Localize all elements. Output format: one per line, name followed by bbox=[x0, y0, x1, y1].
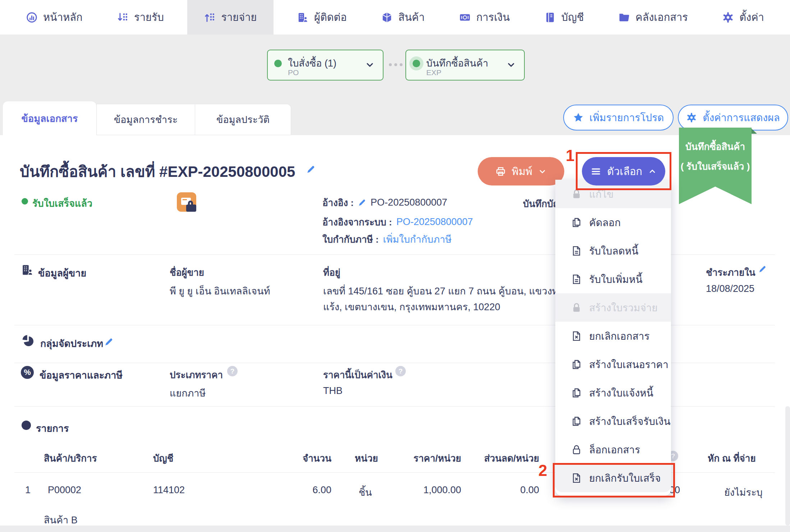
tab-document-info[interactable]: ข้อมูลเอกสาร bbox=[3, 101, 96, 135]
vendor-section-title: ข้อมูลผู้ขาย bbox=[38, 265, 86, 281]
edit-due-pencil-icon[interactable] bbox=[758, 265, 767, 273]
contacts-icon bbox=[297, 12, 309, 23]
workflow-step-code: PO bbox=[288, 68, 299, 77]
nav-label: หน้าหลัก bbox=[43, 9, 83, 26]
column-header-product: สินค้า/บริการ bbox=[44, 451, 97, 466]
expense-icon bbox=[204, 12, 216, 23]
menu-item-label: สร้างใบเสร็จรับเงิน bbox=[589, 413, 670, 429]
dashboard-icon bbox=[26, 12, 38, 23]
annotation-number-1: 1 bbox=[566, 147, 574, 165]
status-ribbon: บันทึกซื้อสินค้า ( รับใบเสร็จแล้ว ) bbox=[679, 128, 752, 204]
items-bullet-icon bbox=[22, 421, 31, 430]
menu-item-label: คัดลอก bbox=[589, 215, 621, 230]
column-header-unit: หน่วย bbox=[355, 451, 378, 466]
chevron-down-icon bbox=[538, 167, 547, 176]
top-navigation: หน้าหลัก รายรับ รายจ่าย ผู้ติดต่อ สินค้า… bbox=[0, 0, 790, 35]
tab-payment-info[interactable]: ข้อมูลการชำระ bbox=[96, 104, 195, 135]
payment-due-value: 18/08/2025 bbox=[706, 283, 754, 294]
nav-item-income[interactable]: รายรับ bbox=[106, 0, 175, 35]
nav-item-expense[interactable]: รายจ่าย bbox=[187, 0, 273, 35]
workflow-step-po[interactable]: ใบสั่งซื้อ (1) PO bbox=[267, 50, 383, 81]
system-reference-link[interactable]: PO-20250800007 bbox=[396, 216, 473, 228]
workflow-step-code: EXP bbox=[426, 68, 441, 77]
menu-item-cancel-document[interactable]: ยกเลิกเอกสาร bbox=[555, 322, 671, 350]
menu-bars-icon bbox=[591, 166, 601, 177]
price-type-value: แยกภาษี bbox=[170, 385, 206, 401]
help-icon[interactable]: ? bbox=[227, 366, 238, 376]
add-tax-invoice-link[interactable]: เพิ่มใบกำกับภาษี bbox=[383, 231, 452, 247]
vendor-address-line1: เลขที่ 145/161 ซอย คู้บอน 27 แยก 7 ถนน ค… bbox=[323, 283, 555, 299]
lock-icon bbox=[571, 189, 582, 200]
nav-label: บัญชี bbox=[561, 9, 584, 26]
workflow-step-exp[interactable]: บันทึกซื้อสินค้า EXP bbox=[405, 50, 525, 81]
locked-document-icon bbox=[177, 192, 196, 212]
horizontal-scrollbar[interactable] bbox=[0, 526, 790, 532]
pricing-section-title: ข้อมูลราคาและภาษี bbox=[40, 367, 123, 383]
tax-invoice-label: ใบกำกับภาษี : bbox=[322, 232, 379, 247]
nav-item-accounting[interactable]: บัญชี bbox=[533, 0, 595, 35]
menu-item-lock-document[interactable]: ล็อกเอกสาร bbox=[555, 435, 671, 464]
menu-item-create-quotation[interactable]: สร้างใบเสนอราคา bbox=[555, 350, 671, 379]
chevron-down-icon[interactable] bbox=[506, 60, 516, 70]
help-icon[interactable]: ? bbox=[395, 366, 406, 376]
menu-item-label: สร้างใบแจ้งหนี้ bbox=[589, 385, 653, 401]
accounting-icon bbox=[544, 12, 556, 23]
options-button[interactable]: ตัวเลือก bbox=[582, 157, 665, 185]
price-type-label: ประเภทราคา bbox=[170, 367, 223, 382]
copy-icon bbox=[571, 387, 582, 398]
document-icon bbox=[571, 246, 582, 256]
nav-item-contacts[interactable]: ผู้ติดต่อ bbox=[286, 0, 358, 35]
document-icon bbox=[571, 274, 582, 285]
column-header-withholding: หัก ณ ที่จ่าย bbox=[708, 451, 756, 466]
reference-label: อ้างอิง : bbox=[322, 195, 354, 210]
vendor-address-line2: แร้ง, เขตบางเขน, กรุงเทพมหานคร, 10220 bbox=[323, 299, 500, 315]
nav-item-products[interactable]: สินค้า bbox=[370, 0, 435, 35]
status-dot-green bbox=[413, 60, 420, 67]
lock-icon bbox=[571, 302, 582, 313]
button-label: ตัวเลือก bbox=[607, 163, 642, 180]
finance-icon bbox=[459, 12, 471, 23]
account-code: 114102 bbox=[153, 485, 185, 496]
chevron-down-icon[interactable] bbox=[365, 60, 375, 70]
currency-label: ราคานี้เป็นค่าเงิน bbox=[323, 367, 392, 382]
vertical-scrollbar[interactable] bbox=[785, 406, 790, 526]
edit-reference-pencil-icon[interactable] bbox=[358, 198, 366, 207]
menu-item-create-combined-payment: สร้างใบรวมจ่าย bbox=[555, 293, 671, 322]
menu-item-label: รับใบลดหนี้ bbox=[589, 243, 638, 259]
menu-item-create-receipt[interactable]: สร้างใบเสร็จรับเงิน bbox=[555, 407, 671, 435]
row-number: 1 bbox=[25, 485, 31, 496]
document-x-icon bbox=[571, 473, 582, 483]
tab-history-info[interactable]: ข้อมูลประวัติ bbox=[195, 104, 291, 135]
items-section-title: รายการ bbox=[36, 421, 69, 436]
nav-item-home[interactable]: หน้าหลัก bbox=[15, 0, 93, 35]
menu-item-label: ยกเลิกรับใบเสร็จ bbox=[589, 470, 661, 486]
product-code-link[interactable]: P00002 bbox=[48, 485, 81, 496]
print-button[interactable]: พิมพ์ bbox=[478, 157, 564, 185]
menu-item-label: ล็อกเอกสาร bbox=[589, 442, 640, 458]
options-dropdown-menu: แก้ไข คัดลอก รับใบลดหนี้ รับใบเพิ่มหนี้ … bbox=[555, 180, 671, 496]
ribbon-line2: ( รับใบเสร็จแล้ว ) bbox=[679, 154, 752, 174]
edit-title-pencil-icon[interactable] bbox=[306, 165, 316, 174]
menu-item-label: แก้ไข bbox=[589, 186, 614, 202]
unit-value: ชิ้น bbox=[359, 485, 372, 500]
status-dot-green bbox=[22, 198, 28, 205]
menu-item-receive-debit-note[interactable]: รับใบเพิ่มหนี้ bbox=[555, 265, 671, 293]
nav-label: ผู้ติดต่อ bbox=[314, 9, 347, 26]
vendor-name-link[interactable]: พี ยู ยู เอ็น อินเทลลิเจนท์ bbox=[170, 283, 270, 299]
nav-item-finance[interactable]: การเงิน bbox=[448, 0, 520, 35]
display-settings-button[interactable]: ตั้งค่าการแสดงผล bbox=[678, 105, 788, 130]
menu-item-copy[interactable]: คัดลอก bbox=[555, 208, 671, 237]
button-label: ตั้งค่าการแสดงผล bbox=[703, 110, 780, 125]
add-favorite-button[interactable]: เพิ่มรายการโปรด bbox=[563, 105, 674, 130]
nav-item-settings[interactable]: ตั้งค่า bbox=[711, 0, 775, 35]
nav-label: คลังเอกสาร bbox=[635, 9, 688, 26]
menu-item-cancel-receipt[interactable]: ยกเลิกรับใบเสร็จ bbox=[555, 464, 671, 492]
nav-item-documents[interactable]: คลังเอกสาร bbox=[607, 0, 699, 35]
menu-item-label: รับใบเพิ่มหนี้ bbox=[589, 271, 642, 287]
purchase-record-page: หน้าหลัก รายรับ รายจ่าย ผู้ติดต่อ สินค้า… bbox=[0, 0, 790, 532]
discount-per-unit-value: 0.00 bbox=[460, 485, 539, 496]
edit-classification-pencil-icon[interactable] bbox=[104, 337, 114, 347]
menu-item-create-invoice[interactable]: สร้างใบแจ้งหนี้ bbox=[555, 379, 671, 407]
products-icon bbox=[381, 12, 393, 23]
menu-item-receive-credit-note[interactable]: รับใบลดหนี้ bbox=[555, 237, 671, 265]
